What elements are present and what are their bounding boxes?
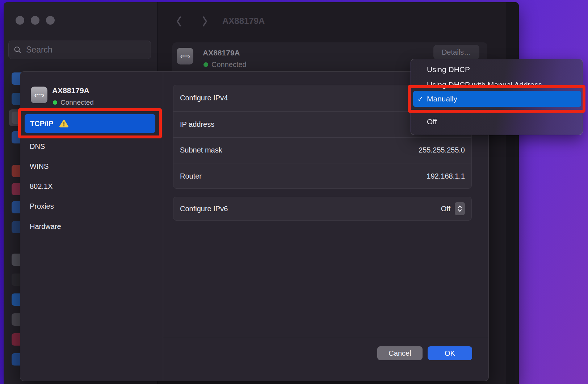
sidebar-item-8021x[interactable]: 802.1X [30,182,52,191]
configure-ipv6-row: Configure IPv6 Off [173,197,471,220]
device-name: AX88179A [203,49,240,57]
warning-icon [59,119,69,128]
details-button[interactable]: Details… [433,45,479,59]
sidebar-item-wins[interactable]: WINS [30,162,49,171]
traffic-lights [16,16,55,25]
ok-button[interactable]: OK [428,346,472,360]
ipv6-value: Off [441,205,450,213]
back-icon[interactable] [175,16,182,27]
device-status: Connected [203,60,247,69]
cancel-button[interactable]: Cancel [377,346,423,360]
menu-item-using-dhcp[interactable]: Using DHCP [413,62,581,77]
menu-item-dhcp-manual-address[interactable]: Using DHCP with Manual Address [413,77,581,92]
device-name: AX88179A [52,86,89,95]
configure-ipv4-menu: Using DHCP Using DHCP with Manual Addres… [411,59,583,135]
sidebar-item-hardware[interactable]: Hardware [30,222,61,231]
device-status: Connected [53,99,94,107]
ipv6-settings-card: Configure IPv6 Off [173,197,472,221]
search-icon [14,46,22,54]
sidebar-item-tcpip[interactable]: TCP/IP [25,114,155,133]
window-title: AX88179A [222,16,265,26]
ethernet-adapter-icon: ‹···› [31,87,47,103]
close-button[interactable] [16,16,24,25]
zoom-button[interactable] [46,16,55,25]
ethernet-adapter-icon: ‹···› [177,48,193,64]
menu-item-off[interactable]: Off [413,114,581,129]
chevron-up-down-icon [457,205,462,213]
forward-icon[interactable] [201,16,209,27]
ipv6-popup-button[interactable] [455,202,465,215]
dialog-sidebar: ‹···› AX88179A Connected TCP/IP DNS WINS… [20,72,163,381]
sidebar-item-dns[interactable]: DNS [30,142,45,151]
footer-divider [163,338,489,338]
checkmark-icon: ✓ [417,95,423,103]
minimize-button[interactable] [31,16,39,25]
connected-dot-icon [53,100,57,105]
sidebar-item-proxies[interactable]: Proxies [30,202,54,210]
search-placeholder: Search [26,45,52,55]
desktop-wallpaper: Search AX88179A ‹···› [0,0,588,384]
subnet-mask-row[interactable]: Subnet mask 255.255.255.0 [173,137,471,163]
menu-item-manually[interactable]: ✓ Manually [413,91,581,107]
connected-dot-icon [203,62,208,67]
search-input[interactable]: Search [8,41,151,59]
router-row[interactable]: Router 192.168.1.1 [173,163,471,189]
